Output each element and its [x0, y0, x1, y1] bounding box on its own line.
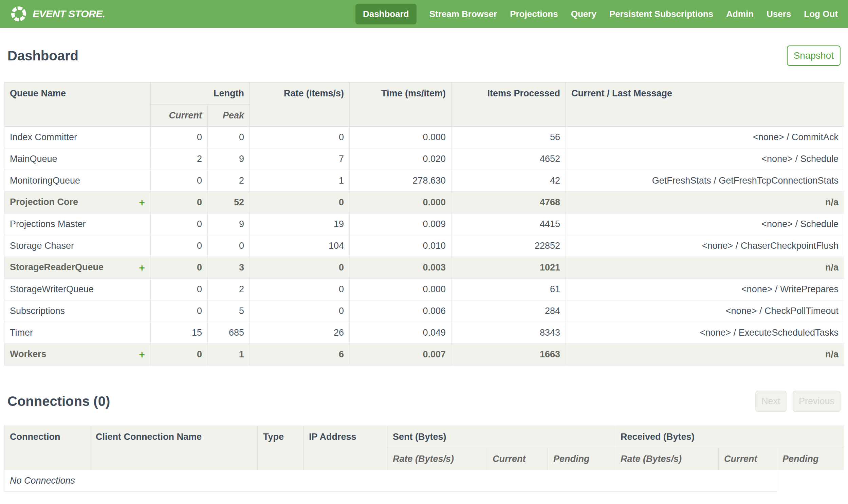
nav-item-persistent-subscriptions[interactable]: Persistent Subscriptions: [609, 9, 713, 19]
col-items-processed: Items Processed: [451, 83, 566, 127]
queue-current-length: 0: [151, 170, 208, 192]
next-button[interactable]: Next: [755, 391, 787, 412]
col-rate: Rate (items/s): [250, 83, 350, 127]
queues-table-header: Queue Name Length Rate (items/s) Time (m…: [4, 83, 844, 127]
queue-name-cell: Index Committer: [4, 127, 151, 148]
queue-current-length: 0: [151, 127, 208, 148]
queue-time: 0.049: [350, 322, 451, 344]
queue-rate: 0: [250, 257, 350, 278]
queue-items-processed: 42: [451, 170, 566, 192]
queue-name: MainQueue: [10, 154, 57, 164]
col-sent-current: Current: [487, 448, 548, 470]
queue-peak-length: 1: [208, 344, 250, 365]
queue-name-cell: StorageWriterQueue: [4, 278, 151, 300]
col-received-bytes: Received (Bytes): [615, 426, 844, 448]
col-message: Current / Last Message: [566, 83, 844, 127]
snapshot-button[interactable]: Snapshot: [787, 46, 841, 66]
queue-name: Subscriptions: [10, 306, 65, 316]
queue-row: +Workers0160.0071663n/a: [4, 344, 844, 365]
queue-peak-length: 52: [208, 192, 250, 214]
nav-item-projections[interactable]: Projections: [510, 9, 558, 19]
queue-items-processed: 4652: [451, 148, 566, 170]
queue-row: MonitoringQueue021278.63042GetFreshStats…: [4, 170, 844, 192]
queue-name: MonitoringQueue: [10, 176, 80, 186]
queue-rate: 0: [250, 300, 350, 322]
queue-current-length: 0: [151, 214, 208, 235]
queue-time: 0.000: [350, 278, 451, 300]
col-connection: Connection: [4, 426, 90, 470]
queue-peak-length: 9: [208, 214, 250, 235]
nav-item-stream-browser[interactable]: Stream Browser: [429, 9, 497, 19]
queue-items-processed: 4415: [451, 214, 566, 235]
queue-row: +Projection Core05200.0004768n/a: [4, 192, 844, 214]
queue-rate: 19: [250, 214, 350, 235]
queue-row: StorageWriterQueue0200.00061<none> / Wri…: [4, 278, 844, 300]
col-length: Length: [151, 83, 250, 105]
previous-button[interactable]: Previous: [793, 391, 841, 412]
queue-message: <none> / ChaserCheckpointFlush: [566, 235, 844, 257]
queue-name-cell: Storage Chaser: [4, 235, 151, 257]
nav-item-log-out[interactable]: Log Out: [804, 9, 838, 19]
col-length-peak: Peak: [208, 105, 250, 127]
queue-current-length: 0: [151, 344, 208, 365]
nav-item-dashboard[interactable]: Dashboard: [356, 4, 417, 24]
connections-table-body: No Connections: [4, 470, 844, 492]
queue-rate: 104: [250, 235, 350, 257]
queue-name: Projections Master: [10, 219, 86, 229]
queue-time: 0.000: [350, 192, 451, 214]
queue-items-processed: 1021: [451, 257, 566, 278]
connections-title: Connections (0): [7, 394, 110, 409]
connections-table-header: Connection Client Connection Name Type I…: [4, 426, 844, 470]
col-sent-pending: Pending: [548, 448, 615, 470]
queue-rate: 0: [250, 127, 350, 148]
queue-time: 0.020: [350, 148, 451, 170]
queue-current-length: 0: [151, 257, 208, 278]
queues-table: Queue Name Length Rate (items/s) Time (m…: [4, 82, 844, 365]
queue-rate: 6: [250, 344, 350, 365]
queue-name: Timer: [10, 327, 33, 338]
queue-message: <none> / CheckPollTimeout: [566, 300, 844, 322]
connections-header: Connections (0) Next Previous: [7, 391, 841, 412]
col-time: Time (ms/item): [350, 83, 451, 127]
col-ip-address: IP Address: [304, 426, 387, 470]
expand-plus-icon[interactable]: +: [139, 262, 145, 273]
queue-time: 278.630: [350, 170, 451, 192]
queue-items-processed: 61: [451, 278, 566, 300]
nav-item-users[interactable]: Users: [766, 9, 791, 19]
col-type: Type: [258, 426, 304, 470]
col-client-connection-name: Client Connection Name: [90, 426, 258, 470]
queue-time: 0.006: [350, 300, 451, 322]
queue-row: Subscriptions0500.006284<none> / CheckPo…: [4, 300, 844, 322]
queue-items-processed: 4768: [451, 192, 566, 214]
queue-peak-length: 5: [208, 300, 250, 322]
queue-current-length: 0: [151, 300, 208, 322]
queue-items-processed: 8343: [451, 322, 566, 344]
nav-item-query[interactable]: Query: [571, 9, 596, 19]
brand[interactable]: EVENT STORE.: [10, 5, 105, 22]
queue-current-length: 0: [151, 192, 208, 214]
queue-name-cell: +StorageReaderQueue: [4, 257, 151, 278]
queue-row: MainQueue2970.0204652<none> / Schedule: [4, 148, 844, 170]
queue-name-cell: MainQueue: [4, 148, 151, 170]
col-received-rate: Rate (Bytes/s): [615, 448, 719, 470]
queue-peak-length: 2: [208, 278, 250, 300]
queue-rate: 7: [250, 148, 350, 170]
queue-message: n/a: [566, 192, 844, 214]
brand-text: EVENT STORE.: [33, 8, 105, 20]
expand-plus-icon[interactable]: +: [139, 349, 145, 360]
nav-item-admin[interactable]: Admin: [726, 9, 754, 19]
queues-table-body: Index Committer0000.00056<none> / Commit…: [4, 127, 844, 365]
queue-name-cell: Projections Master: [4, 214, 151, 235]
col-sent-bytes: Sent (Bytes): [387, 426, 615, 448]
queue-name: Index Committer: [10, 132, 77, 142]
expand-plus-icon[interactable]: +: [139, 197, 145, 209]
queue-items-processed: 22852: [451, 235, 566, 257]
queue-message: <none> / Schedule: [566, 148, 844, 170]
queue-current-length: 15: [151, 322, 208, 344]
queue-name: StorageReaderQueue: [10, 262, 104, 272]
page-header: Dashboard Snapshot: [7, 46, 841, 66]
queue-name-cell: +Projection Core: [4, 192, 151, 214]
queue-items-processed: 284: [451, 300, 566, 322]
queue-name: Workers: [10, 349, 47, 359]
queue-rate: 26: [250, 322, 350, 344]
